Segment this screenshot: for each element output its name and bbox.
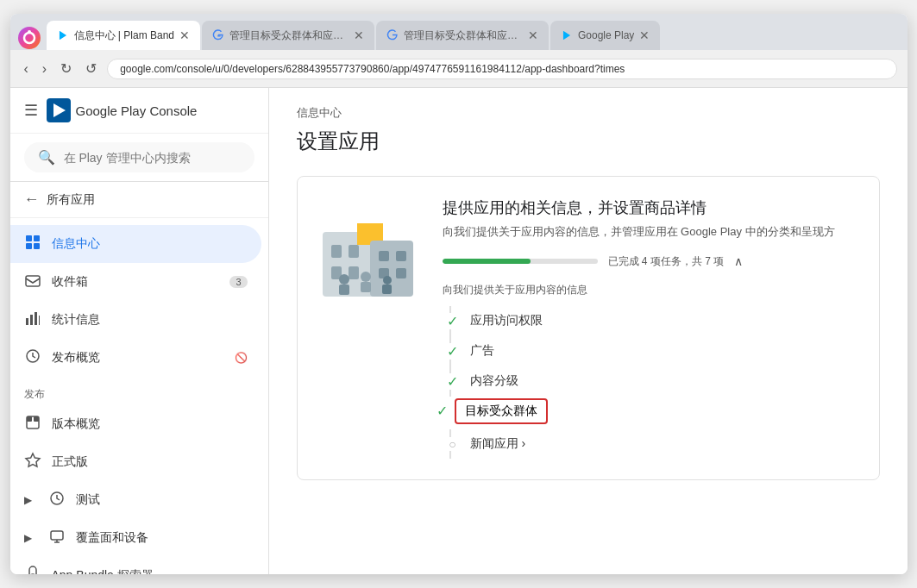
- inbox-badge: 3: [229, 276, 247, 288]
- releases-icon: [24, 347, 41, 368]
- progress-expand-icon[interactable]: ∧: [734, 254, 743, 268]
- back-button[interactable]: ‹: [21, 59, 32, 78]
- tab-audience-1[interactable]: 管理目标受众群体和应用内容设... ✕: [202, 21, 374, 50]
- bundle-icon: [24, 566, 41, 574]
- tab-close-2[interactable]: ✕: [354, 28, 364, 42]
- task-check-audience: ✓: [434, 403, 451, 419]
- sidebar: ☰ Google Play Console 🔍 ←: [10, 88, 269, 574]
- google-icon-tab2: [212, 29, 224, 41]
- task-label-audience: 目标受众群体: [465, 403, 537, 419]
- setup-card: 提供应用的相关信息，并设置商品详情 向我们提供关于应用内容的信息，并管理应用在 …: [297, 176, 880, 480]
- sidebar-item-dashboard[interactable]: 信息中心: [10, 225, 261, 263]
- tab-google-play[interactable]: Google Play ✕: [550, 21, 660, 50]
- tab-title-1: 信息中心 | Plam Band: [74, 28, 174, 43]
- search-input-wrap[interactable]: 🔍: [24, 142, 254, 172]
- search-input[interactable]: [64, 151, 241, 165]
- hamburger-icon[interactable]: ☰: [24, 101, 38, 120]
- tab-close-1[interactable]: ✕: [179, 28, 190, 42]
- sidebar-label-inbox: 收件箱: [52, 274, 88, 290]
- gpc-logo: Google Play Console: [47, 98, 198, 122]
- tab-close-3[interactable]: ✕: [528, 28, 538, 42]
- svg-rect-27: [349, 245, 359, 258]
- tab-bar: 信息中心 | Plam Band ✕ 管理目标受众群体和应用内容设... ✕ 管…: [10, 14, 908, 50]
- sidebar-label-releases: 发布概览: [52, 350, 100, 366]
- play-console-logo-icon: [47, 98, 71, 122]
- svg-rect-10: [34, 243, 40, 249]
- sidebar-item-coverage[interactable]: ▶ 覆盖面和设备: [10, 519, 268, 557]
- app-content: ☰ Google Play Console 🔍 ←: [10, 88, 908, 574]
- search-icon: 🔍: [38, 149, 55, 166]
- task-check-rating: ✓: [444, 373, 462, 390]
- sidebar-item-official[interactable]: 正式版: [10, 443, 261, 481]
- task-check-ads: ✓: [444, 343, 462, 360]
- official-icon: [24, 452, 41, 472]
- top-search: 🔍: [10, 134, 268, 182]
- setup-card-description: 向我们提供关于应用内容的信息，并管理应用在 Google Play 中的分类和呈…: [443, 223, 858, 241]
- task-highlighted-audience[interactable]: 目标受众群体: [455, 398, 548, 424]
- address-input[interactable]: [107, 59, 896, 79]
- svg-rect-9: [26, 243, 32, 249]
- task-item-access[interactable]: ✓ 应用访问权限: [449, 306, 858, 336]
- svg-rect-39: [361, 282, 371, 292]
- sidebar-label-bundle: App Bundle 探索器: [52, 568, 154, 574]
- coverage-icon: [48, 528, 66, 548]
- sidebar-label-testing: 测试: [76, 492, 100, 508]
- svg-rect-11: [26, 276, 40, 286]
- svg-rect-15: [39, 316, 40, 325]
- tab-title-4: Google Play: [578, 29, 634, 41]
- sidebar-item-versions[interactable]: 版本概览: [10, 405, 261, 443]
- tab-title-2: 管理目标受众群体和应用内容设...: [229, 28, 349, 43]
- task-item-news[interactable]: ○ 新闻应用 ›: [449, 429, 858, 459]
- svg-rect-7: [26, 235, 32, 241]
- task-label-access: 应用访问权限: [470, 313, 543, 328]
- setup-illustration: [318, 197, 422, 301]
- forward-button[interactable]: ›: [39, 59, 50, 78]
- task-item-rating[interactable]: ✓ 内容分级: [449, 366, 858, 397]
- google-icon-tab3: [386, 29, 399, 41]
- svg-rect-32: [379, 251, 389, 261]
- svg-rect-35: [396, 268, 406, 278]
- progress-row: 已完成 4 项任务，共 7 项 ∧: [443, 254, 858, 269]
- setup-card-title: 提供应用的相关信息，并设置商品详情: [443, 197, 858, 218]
- releases-sub-icon: 🚫: [235, 352, 248, 364]
- refresh-button[interactable]: ↻: [57, 59, 75, 78]
- expand-arrow-testing: ▶: [24, 494, 38, 506]
- tab-close-4[interactable]: ✕: [639, 28, 650, 42]
- svg-point-36: [339, 274, 349, 285]
- back-arrow-icon: ←: [24, 191, 40, 209]
- svg-marker-3: [59, 31, 66, 41]
- tab-dashboard[interactable]: 信息中心 | Plam Band ✕: [47, 21, 200, 50]
- tab-audience-2[interactable]: 管理目标受众群体和应用内容设... ✕: [376, 21, 549, 50]
- task-item-ads[interactable]: ✓ 广告: [449, 336, 858, 366]
- play-icon-tab4: [561, 29, 573, 41]
- progress-bar-fill: [443, 259, 531, 264]
- history-button[interactable]: ↺: [82, 59, 100, 78]
- svg-rect-12: [26, 318, 28, 325]
- svg-rect-37: [339, 285, 349, 295]
- sidebar-item-inbox[interactable]: 收件箱 3: [10, 263, 261, 301]
- sidebar-label-official: 正式版: [52, 454, 88, 470]
- main-content: 信息中心 设置应用: [269, 88, 908, 574]
- testing-icon: [48, 490, 66, 510]
- expand-arrow-coverage: ▶: [24, 532, 38, 544]
- sidebar-label-dashboard: 信息中心: [52, 236, 100, 252]
- sidebar-header: ☰ Google Play Console: [10, 88, 268, 134]
- sidebar-item-stats[interactable]: 统计信息: [10, 301, 261, 339]
- sidebar-item-releases[interactable]: 发布概览 🚫: [10, 339, 261, 377]
- sidebar-item-testing[interactable]: ▶ 测试: [10, 481, 268, 519]
- svg-rect-13: [30, 315, 33, 325]
- tab-title-3: 管理目标受众群体和应用内容设...: [404, 28, 523, 43]
- all-apps-button[interactable]: ← 所有应用: [10, 182, 268, 218]
- svg-rect-29: [349, 266, 359, 279]
- svg-rect-41: [382, 285, 392, 294]
- svg-point-40: [383, 276, 392, 285]
- sidebar-label-versions: 版本概览: [52, 416, 100, 432]
- task-label-rating: 内容分级: [470, 373, 518, 389]
- breadcrumb: 信息中心: [297, 105, 880, 121]
- sidebar-item-bundle[interactable]: App Bundle 探索器: [10, 557, 261, 574]
- svg-rect-18: [27, 416, 32, 422]
- svg-point-0: [18, 27, 41, 49]
- sidebar-nav: 信息中心 收件箱 3: [10, 218, 268, 574]
- progress-bar-container: [443, 259, 598, 264]
- svg-rect-14: [35, 312, 37, 325]
